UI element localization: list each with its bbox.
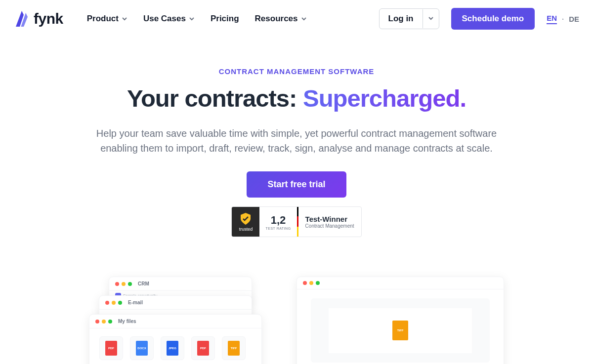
headline: Your contracts: Supercharged. xyxy=(10,84,583,112)
site-header: fynk Product Use Cases Pricing Resources… xyxy=(0,0,593,38)
lang-de[interactable]: DE xyxy=(569,15,579,23)
login-button[interactable]: Log in xyxy=(379,8,439,29)
nav-usecases[interactable]: Use Cases xyxy=(143,14,195,24)
window-stack: CRM Sample opportunity E-mail My files xyxy=(89,277,267,364)
drop-area xyxy=(311,298,490,363)
login-dropdown[interactable] xyxy=(423,9,439,28)
trust-badge[interactable]: trusted 1,2 TEST RATING Test-Winner Cont… xyxy=(231,206,361,237)
language-switcher: EN · DE xyxy=(547,14,579,24)
schedule-demo-button[interactable]: Schedule demo xyxy=(451,8,535,30)
main-nav: Product Use Cases Pricing Resources xyxy=(87,14,307,24)
nav-resources[interactable]: Resources xyxy=(255,14,307,24)
lang-en[interactable]: EN xyxy=(547,14,557,24)
subheadline: Help your team save valuable time with s… xyxy=(79,126,514,156)
file-pdf xyxy=(99,336,123,360)
file-docx xyxy=(130,336,154,360)
file-pdf xyxy=(191,336,215,360)
file-tiff xyxy=(222,336,246,360)
chevron-down-icon xyxy=(301,16,307,22)
drop-window xyxy=(296,277,504,364)
start-trial-button[interactable]: Start free trial xyxy=(247,171,346,198)
logo-icon xyxy=(14,9,30,29)
file-list xyxy=(89,328,261,364)
chevron-down-icon xyxy=(189,16,195,22)
files-window: My files xyxy=(89,314,262,364)
shield-check-icon xyxy=(239,212,253,226)
logo[interactable]: fynk xyxy=(14,9,63,29)
header-actions: Log in Schedule demo EN · DE xyxy=(379,8,579,30)
chevron-down-icon xyxy=(428,15,434,21)
hero-section: CONTRACT MANAGEMENT SOFTWARE Your contra… xyxy=(0,38,593,247)
logo-text: fynk xyxy=(34,10,63,27)
nav-product[interactable]: Product xyxy=(87,14,127,24)
eyebrow: CONTRACT MANAGEMENT SOFTWARE xyxy=(10,67,583,76)
file-jpeg xyxy=(161,336,184,360)
nav-pricing[interactable]: Pricing xyxy=(211,14,239,24)
dropped-file-icon xyxy=(392,321,408,340)
illustration-section: CRM Sample opportunity E-mail My files xyxy=(0,247,593,364)
chevron-down-icon xyxy=(122,16,127,22)
